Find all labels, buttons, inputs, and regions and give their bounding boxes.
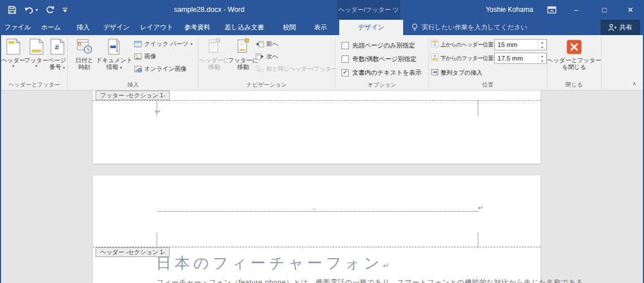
document-title-text[interactable]: 日本のフィーチャーフォン↵ — [156, 253, 390, 273]
group-position: 上からのヘッダー位置: ▲ ▼ 下からのフッター位置: ▲ — [430, 35, 546, 90]
tell-me-box[interactable]: 実行したい作業を入力してください — [412, 20, 528, 35]
title-bar: ▾ sample28.docx - Word ヘッダー/フッター ツール Yos… — [0, 0, 644, 20]
word-window: ▾ sample28.docx - Word ヘッダー/フッター ツール Yos… — [0, 0, 644, 283]
tab-mailings[interactable]: 差し込み文書 — [220, 20, 269, 35]
close-header-footer-button[interactable]: ヘッダーとフッター を閉じる — [548, 35, 600, 70]
group-label-options: オプション — [336, 81, 428, 89]
document-info-icon — [107, 38, 121, 57]
header-section-tag: ヘッダー -セクション 1- — [96, 247, 170, 257]
document-body-first-line[interactable]: フィーチャー・フォン（feature phone）とは、携帯電話の一種であり、ス… — [157, 278, 591, 283]
footer-section-tag: フッター -セクション 1- — [96, 91, 170, 100]
margin-marker — [478, 233, 478, 247]
header-from-top-spinner[interactable]: ▲ ▼ — [494, 39, 547, 50]
tab-home[interactable]: ホーム — [36, 20, 65, 35]
footer-from-bottom-input[interactable] — [495, 53, 538, 63]
paragraph-mark: ↵ — [478, 204, 483, 212]
tab-insert[interactable]: 挿入 — [72, 20, 94, 35]
caret-down-icon: ▾ — [191, 42, 193, 46]
date-time-button[interactable]: 日付と 時刻 — [71, 37, 97, 70]
pictures-icon — [134, 53, 142, 60]
collapse-ribbon-button[interactable]: ∧ — [628, 80, 641, 89]
share-button[interactable]: 共有 — [600, 20, 640, 35]
maximize-button[interactable]: □ — [595, 0, 614, 20]
checkbox-different-odd-even[interactable]: 奇数/偶数ページ別指定 — [342, 52, 417, 66]
quick-parts-button[interactable]: クイック パーツ ▾ — [134, 38, 192, 50]
customize-quick-access-button[interactable] — [62, 7, 68, 13]
header-page-icon — [6, 38, 20, 57]
header-dropdown-button[interactable]: ヘッダー ▾ — [2, 37, 25, 70]
group-options: 先頭ページのみ別指定 奇数/偶数ページ別指定 ✓ 文書内のテキストを表示 オプシ… — [336, 35, 428, 90]
maximize-icon: □ — [602, 6, 607, 14]
goto-footer-icon — [237, 38, 249, 57]
spinner-up-icon[interactable]: ▲ — [538, 53, 546, 58]
spinner-down-icon[interactable]: ▼ — [538, 58, 546, 63]
spinner-up-icon[interactable]: ▲ — [538, 40, 546, 45]
document-page-1[interactable] — [93, 91, 541, 164]
tab-headerfooter-design-active[interactable]: デザイン — [339, 20, 403, 35]
undo-caret-icon[interactable]: ▾ — [36, 8, 38, 12]
online-pictures-button[interactable]: オンライン画像 — [134, 63, 192, 75]
checkbox-unchecked[interactable] — [342, 55, 349, 63]
undo-icon — [24, 6, 34, 14]
document-info-dropdown-button[interactable]: ドキュメント 情報 ▾ — [97, 37, 131, 70]
caret-down-icon: ▾ — [35, 63, 37, 68]
tab-character-mark: → — [311, 204, 317, 211]
window-border-left — [0, 35, 1, 283]
close-window-button[interactable]: ✕ — [621, 0, 640, 20]
save-button[interactable] — [8, 6, 16, 14]
group-label-position: 位置 — [430, 81, 546, 89]
footer-dropdown-button[interactable]: フッター ▾ — [25, 37, 47, 70]
header-position-icon — [431, 40, 439, 50]
footer-from-bottom-spinner[interactable]: ▲ ▼ — [494, 53, 547, 64]
quick-parts-icon — [134, 41, 142, 48]
share-person-icon — [608, 24, 617, 31]
link-to-previous-button-disabled: 前と同じヘッダー/フッター — [256, 63, 337, 75]
repeat-icon — [46, 6, 54, 14]
group-label-navigation: ナビゲーション — [199, 81, 334, 89]
group-separator — [601, 37, 602, 88]
alignment-tab-icon — [431, 68, 439, 78]
checkbox-checked[interactable]: ✓ — [342, 69, 349, 76]
next-nav-button[interactable]: 次へ — [256, 50, 337, 63]
footer-position-icon — [431, 53, 439, 63]
close-header-footer-icon — [567, 40, 582, 57]
repeat-button[interactable] — [46, 6, 54, 14]
page-number-dropdown-button[interactable]: # ページ 番号 ▾ — [47, 37, 67, 70]
share-label: 共有 — [620, 23, 633, 32]
save-icon — [8, 6, 16, 14]
footer-page-icon — [29, 38, 44, 57]
ribbon-display-options-button[interactable] — [542, 0, 561, 20]
undo-button[interactable]: ▾ — [24, 6, 38, 14]
tab-layout[interactable]: レイアウト — [136, 20, 178, 35]
group-label-close: 閉じる — [548, 81, 600, 89]
check-icon: ✓ — [343, 68, 348, 76]
spinner-down-icon[interactable]: ▼ — [538, 45, 546, 50]
checkbox-show-document-text[interactable]: ✓ 文書内のテキストを表示 — [342, 66, 422, 79]
pictures-button[interactable]: 画像 — [134, 50, 192, 63]
previous-icon — [256, 41, 264, 48]
insert-alignment-tab-button[interactable]: 整列タブの挿入 — [431, 67, 482, 79]
quick-access-toolbar: ▾ — [8, 0, 68, 20]
link-to-previous-icon — [256, 66, 264, 72]
group-separator — [198, 37, 198, 88]
link-previous-nav-button[interactable]: 前へ — [256, 38, 337, 50]
tab-references[interactable]: 参考資料 — [180, 20, 215, 35]
minimize-button[interactable]: – — [567, 0, 586, 20]
goto-footer-button[interactable]: フッターに 移動 — [228, 37, 258, 70]
header-from-top-input[interactable] — [495, 40, 538, 50]
next-icon — [256, 53, 264, 60]
checkbox-unchecked[interactable] — [342, 42, 349, 49]
goto-header-button-disabled: ヘッダーに 移動 — [200, 37, 228, 70]
svg-text:#: # — [54, 43, 59, 52]
tab-review[interactable]: 校閲 — [279, 20, 301, 35]
tab-design[interactable]: デザイン — [98, 20, 134, 35]
ribbon-tab-row: ファイル ホーム 挿入 デザイン レイアウト 参考資料 差し込み文書 校閲 表示… — [0, 20, 644, 35]
checkbox-different-first-page[interactable]: 先頭ページのみ別指定 — [342, 38, 415, 52]
footer-boundary-line — [93, 100, 541, 101]
group-label-insert: 挿入 — [69, 81, 197, 89]
account-user-name[interactable]: Yoshie Kohama — [478, 0, 541, 20]
online-pictures-icon — [134, 66, 142, 72]
tab-view[interactable]: 表示 — [310, 20, 332, 35]
tab-file[interactable]: ファイル — [0, 20, 36, 35]
header-underline — [157, 211, 478, 212]
